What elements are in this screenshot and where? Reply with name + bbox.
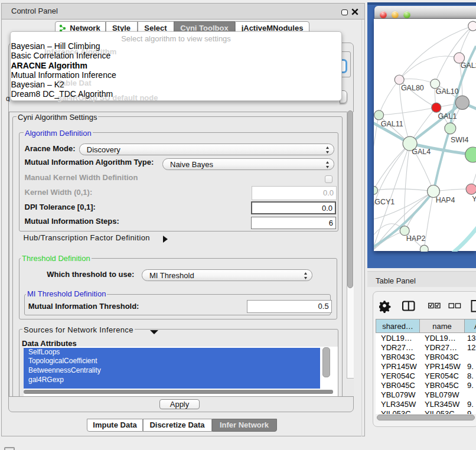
svg-text:GAL80: GAL80: [401, 84, 424, 92]
svg-text:GAL10: GAL10: [436, 87, 459, 96]
svg-text:GAL11: GAL11: [381, 120, 403, 128]
svg-text:HAP2: HAP2: [406, 234, 426, 243]
svg-text:GAL2: GAL2: [461, 61, 476, 70]
svg-text:GAL4: GAL4: [412, 148, 431, 156]
svg-text:SWI4: SWI4: [451, 136, 469, 144]
svg-text:GCY1: GCY1: [374, 198, 395, 206]
svg-text:GAL1: GAL1: [438, 112, 457, 120]
svg-text:HAP4: HAP4: [436, 196, 455, 204]
svg-text:Y: Y: [472, 195, 476, 203]
